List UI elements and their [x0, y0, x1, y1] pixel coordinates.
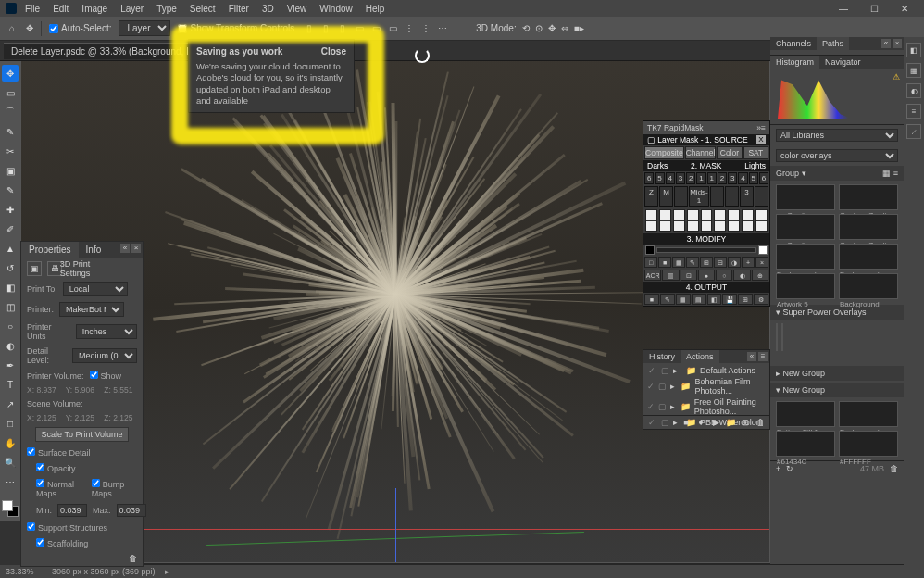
window-maximize[interactable]: ☐ — [866, 2, 883, 16]
history-brush-tool[interactable]: ↺ — [2, 259, 19, 276]
actions-folder-icon[interactable]: 📁 — [725, 418, 736, 427]
printer-dropdown[interactable]: MakerBot Replicator 2X — [59, 302, 124, 317]
eyedropper-tool[interactable]: ✎ — [2, 182, 19, 198]
menu-view[interactable]: View — [282, 2, 312, 16]
printer-units-dropdown[interactable]: Inches — [76, 324, 137, 339]
distribute-icon-2[interactable]: ⋮ — [418, 21, 433, 36]
menu-image[interactable]: Image — [77, 2, 112, 16]
menu-filter[interactable]: Filter — [224, 2, 254, 16]
shape-tool[interactable]: □ — [2, 415, 19, 432]
actions-trash-icon[interactable]: 🗑 — [755, 418, 766, 427]
dock-paths-icon[interactable]: ⟋ — [906, 124, 921, 139]
histogram-warning-icon[interactable]: ⚠ — [893, 72, 900, 82]
opacity-checkbox[interactable]: Opacity — [36, 463, 76, 473]
rm-out-2[interactable]: ✎ — [660, 294, 675, 305]
panel-close-icon[interactable]: × — [131, 244, 141, 253]
rm-out-7[interactable]: ⊞ — [738, 294, 753, 305]
action-set[interactable]: ✓▢▸📁Free Oil Painting Photosho... — [643, 396, 769, 417]
rm-lights-label[interactable]: Lights — [744, 161, 766, 170]
library-item[interactable]: Background copy — [839, 401, 898, 427]
library-item[interactable]: Background — [839, 273, 898, 299]
rm-zone-btn[interactable]: 4 — [738, 172, 747, 184]
3d-mesh-icon[interactable]: ▣ — [27, 261, 42, 276]
zoom-icon[interactable]: ■▸ — [574, 23, 584, 33]
rm-out-6[interactable]: 💾 — [722, 294, 737, 305]
heal-tool[interactable]: ✚ — [2, 201, 19, 218]
menu-help[interactable]: Help — [361, 2, 390, 16]
home-icon[interactable]: ⌂ — [6, 22, 19, 35]
lasso-tool[interactable]: ⌒ — [2, 104, 19, 120]
dock-layers-icon[interactable]: ≡ — [906, 104, 921, 119]
actions-record-icon[interactable]: ● — [695, 418, 706, 427]
edit-toolbar[interactable]: ⋯ — [2, 473, 19, 490]
pan-icon[interactable]: ✥ — [548, 23, 556, 33]
rm-darks-label[interactable]: Darks — [647, 161, 668, 170]
tab-histogram[interactable]: Histogram — [770, 56, 819, 69]
rm-out-5[interactable]: ◧ — [707, 294, 722, 305]
color-swatches[interactable] — [2, 500, 19, 517]
menu-type[interactable]: Type — [152, 2, 181, 16]
library-item[interactable]: #FFFFFF — [839, 431, 898, 457]
library-item[interactable]: Artwork 5 — [776, 273, 835, 299]
frame-tool[interactable]: ▣ — [2, 162, 19, 179]
rm-out-1[interactable]: ■ — [644, 294, 659, 305]
rm-zone-btn[interactable] — [725, 186, 739, 207]
zoom-value[interactable]: 33.33% — [6, 567, 43, 576]
libraries-dropdown[interactable]: All Libraries — [776, 129, 898, 142]
library-item[interactable]: Capture Gradie... — [839, 184, 898, 210]
rm-mod-7[interactable]: ◑ — [728, 257, 741, 268]
rm-zone-btn[interactable] — [674, 186, 688, 207]
align-middle-icon[interactable]: ▭ — [368, 21, 383, 36]
library-item[interactable]: Background — [776, 244, 835, 270]
hand-tool[interactable]: ✋ — [2, 434, 19, 451]
status-arrow-icon[interactable]: ▸ — [165, 567, 169, 576]
rapidmask-menu-icon[interactable]: »≡ — [756, 123, 766, 132]
pen-tool[interactable]: ✒ — [2, 357, 19, 373]
rm-mod-8[interactable]: + — [742, 257, 755, 268]
rm-zone-btn[interactable] — [755, 186, 768, 207]
rm-out-4[interactable]: ▤ — [692, 294, 706, 305]
rm-zone-btn[interactable]: 1 — [696, 172, 705, 184]
normal-maps-checkbox[interactable]: Normal Maps — [36, 479, 86, 498]
rm-mod-e[interactable]: ○ — [716, 270, 732, 281]
zoom-tool[interactable]: 🔍 — [2, 454, 19, 471]
library-item[interactable]: Background — [839, 244, 898, 270]
surface-detail-checkbox[interactable]: Surface Detail — [27, 447, 91, 458]
scaffolding-checkbox[interactable]: Scaffolding — [36, 538, 88, 548]
libraries-search[interactable]: color overlays — [776, 149, 898, 162]
align-bottom-icon[interactable]: ▭ — [385, 21, 400, 36]
actions-play-icon[interactable]: ▶ — [710, 418, 721, 427]
rm-mod-3[interactable]: ▦ — [672, 257, 685, 268]
tab-info[interactable]: Info — [79, 242, 109, 258]
tab-properties[interactable]: Properties — [21, 242, 79, 258]
quick-select-tool[interactable]: ✎ — [2, 123, 19, 140]
stamp-tool[interactable]: ▲ — [2, 240, 19, 257]
bump-maps-checkbox[interactable]: Bump Maps — [92, 479, 137, 498]
rm-zone-btn[interactable]: 5 — [655, 172, 664, 184]
library-item[interactable]: #61434C — [776, 431, 835, 457]
rm-acr-btn[interactable]: ACR — [644, 270, 661, 281]
tab-actions[interactable]: Actions — [681, 350, 719, 363]
rm-mod-6[interactable]: ⊟ — [714, 257, 727, 268]
bump-max-input[interactable] — [117, 504, 146, 517]
move-tool[interactable]: ✥ — [2, 65, 19, 82]
rm-black-swatch[interactable] — [645, 245, 655, 255]
actions-collapse-icon[interactable]: « — [747, 352, 756, 361]
gradient-tool[interactable]: ◫ — [2, 298, 19, 315]
rm-color-btn[interactable]: Color — [717, 146, 742, 159]
align-right-icon[interactable]: ▯ — [335, 21, 350, 36]
crop-tool[interactable]: ✂ — [2, 143, 19, 159]
tab-channels[interactable]: Channels — [770, 37, 817, 50]
rm-mod-b[interactable]: ▥ — [662, 270, 679, 281]
rm-zone-btn[interactable]: 2 — [686, 172, 695, 184]
rm-out-3[interactable]: ▦ — [676, 294, 691, 305]
rm-zone-btn[interactable]: Mids-1 — [689, 186, 709, 207]
rm-piano-sliders[interactable] — [643, 207, 769, 233]
show-volume-checkbox[interactable]: Show — [90, 371, 122, 381]
rm-zone-btn[interactable]: 6 — [644, 172, 654, 184]
rm-mod-2[interactable]: ■ — [658, 257, 671, 268]
auto-select-checkbox[interactable]: Auto-Select: — [49, 23, 111, 33]
action-set[interactable]: ✓▢▸📁Bohemian Film Photosh... — [643, 376, 769, 396]
dodge-tool[interactable]: ◐ — [2, 337, 19, 354]
dock-color-icon[interactable]: ◧ — [906, 43, 921, 57]
